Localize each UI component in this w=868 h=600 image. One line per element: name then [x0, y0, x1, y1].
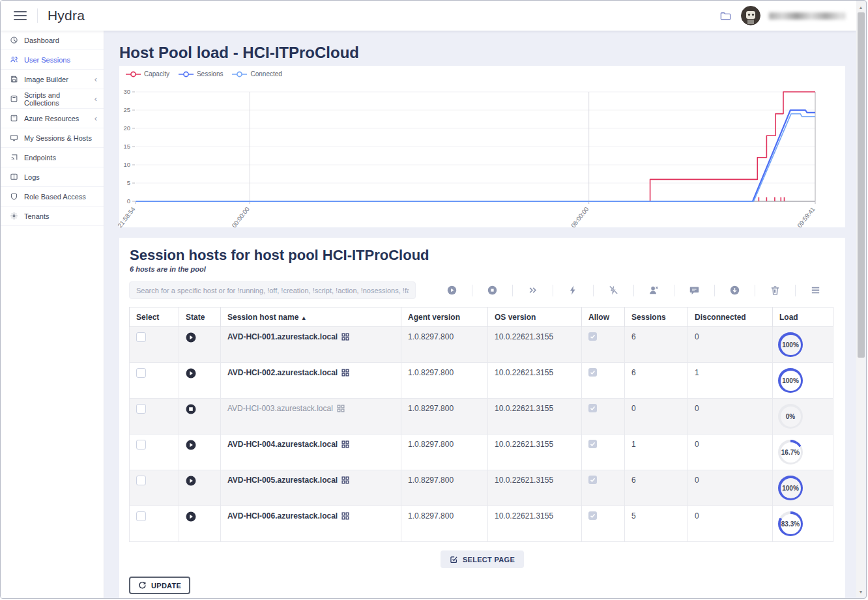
apps-grid-icon[interactable] — [341, 333, 349, 341]
select-checkbox[interactable] — [136, 476, 146, 485]
section-title: Session hosts for host pool HCI-ITProClo… — [130, 247, 845, 264]
scrollbar-up-arrow[interactable]: ▲ — [856, 3, 865, 12]
cell-state — [179, 363, 221, 399]
svg-text:15: 15 — [123, 143, 130, 150]
state-running-icon — [186, 511, 196, 522]
state-running-icon — [186, 332, 196, 343]
toolbar-actions — [416, 285, 835, 296]
logs-icon — [10, 173, 18, 181]
cell-disconnected: 0 — [688, 435, 773, 470]
load-value: 0% — [786, 413, 795, 420]
column-label: Disconnected — [695, 313, 746, 322]
column-header-session-host-name[interactable]: Session host name ▲ — [221, 307, 401, 327]
sidebar-item-image-builder[interactable]: Image Builder‹ — [1, 70, 104, 89]
session-host-name: AVD-HCI-006.azurestack.local — [227, 511, 338, 521]
deallocate-host-button[interactable] — [715, 285, 755, 296]
list-icon — [810, 285, 821, 296]
sidebar-item-dashboard[interactable]: Dashboard — [1, 31, 104, 50]
cell-allow — [582, 363, 625, 399]
column-header-agent-version[interactable]: Agent version — [401, 307, 488, 327]
send-message-button[interactable] — [674, 285, 714, 296]
sidebar-item-my-sessions-hosts[interactable]: My Sessions & Hosts — [1, 128, 104, 148]
cell-state — [179, 470, 221, 506]
allow-checkbox[interactable] — [588, 368, 597, 377]
trash-icon — [770, 285, 781, 296]
select-page-button[interactable]: SELECT PAGE — [441, 550, 524, 568]
table-menu-button[interactable] — [796, 285, 835, 296]
legend-marker-icon — [179, 71, 194, 78]
cell-agent-version: 1.0.8297.800 — [401, 399, 488, 435]
column-header-disconnected[interactable]: Disconnected — [688, 307, 773, 327]
folder-icon[interactable] — [719, 10, 732, 22]
sidebar-item-scripts-and-collections[interactable]: Scripts and Collections‹ — [1, 89, 104, 109]
scrollbar-down-arrow[interactable]: ▼ — [856, 587, 865, 596]
cell-allow — [582, 470, 625, 506]
start-host-button[interactable] — [432, 285, 472, 296]
select-checkbox[interactable] — [136, 368, 146, 378]
scrollbar-thumb[interactable] — [858, 12, 865, 358]
column-header-state[interactable]: State — [179, 307, 221, 327]
column-label: Sessions — [631, 313, 666, 322]
apps-grid-icon[interactable] — [341, 512, 349, 520]
host-search-input[interactable] — [129, 281, 416, 299]
apps-grid-icon[interactable] — [341, 369, 349, 377]
more-actions-button[interactable] — [513, 285, 553, 296]
cell-agent-version: 1.0.8297.800 — [401, 470, 488, 506]
cell-load: 0% — [773, 399, 833, 435]
cell-state — [179, 506, 221, 542]
sidebar-item-role-based-access[interactable]: Role Based Access — [1, 187, 104, 207]
scripts-collections-icon — [10, 94, 18, 103]
cell-os-version: 10.0.22621.3155 — [488, 506, 582, 542]
allow-checkbox[interactable] — [588, 404, 597, 412]
update-button[interactable]: UPDATE — [129, 577, 190, 594]
legend-item-connected[interactable]: Connected — [232, 70, 282, 78]
cell-select — [130, 435, 179, 470]
load-value: 16.7% — [781, 449, 800, 456]
column-header-load[interactable]: Load — [773, 307, 833, 327]
main-content: Host Pool load - HCI-ITProCloud Capacity… — [105, 31, 856, 598]
cell-sessions: 6 — [625, 327, 688, 363]
cell-select — [130, 506, 179, 542]
column-header-select[interactable]: Select — [130, 307, 179, 327]
load-ring: 83.3% — [778, 511, 803, 536]
select-checkbox[interactable] — [136, 440, 146, 450]
sidebar-item-azure-resources[interactable]: Azure Resources‹ — [1, 109, 104, 128]
force-stop-button[interactable] — [594, 285, 633, 296]
logoff-users-button[interactable] — [634, 285, 674, 296]
sidebar-item-label: Image Builder — [24, 76, 68, 83]
hamburger-menu-icon[interactable] — [14, 11, 27, 20]
double-chevron-icon — [527, 285, 538, 296]
sidebar-item-endpoints[interactable]: Endpoints — [1, 148, 104, 167]
apps-grid-icon[interactable] — [337, 405, 345, 412]
column-label: Load — [779, 313, 798, 322]
column-header-sessions[interactable]: Sessions — [625, 307, 688, 327]
svg-text:30: 30 — [123, 88, 130, 95]
select-checkbox[interactable] — [136, 404, 146, 414]
cell-sessions: 1 — [625, 435, 688, 470]
sidebar-item-tenants[interactable]: Tenants — [1, 207, 104, 226]
bolt-off-icon — [608, 285, 619, 296]
user-avatar[interactable] — [741, 6, 760, 25]
delete-host-button[interactable] — [755, 285, 795, 296]
sidebar-item-logs[interactable]: Logs — [1, 167, 104, 187]
allow-checkbox[interactable] — [588, 332, 597, 341]
legend-item-capacity[interactable]: Capacity — [126, 70, 169, 78]
select-checkbox[interactable] — [136, 511, 146, 521]
allow-checkbox[interactable] — [588, 476, 597, 484]
cell-sessions: 6 — [625, 470, 688, 506]
sidebar-item-user-sessions[interactable]: User Sessions — [1, 50, 104, 70]
apps-grid-icon[interactable] — [341, 440, 349, 448]
sidebar-item-label: Endpoints — [24, 154, 56, 162]
chevron-collapse-icon: ‹ — [94, 114, 97, 122]
legend-item-sessions[interactable]: Sessions — [179, 70, 224, 78]
column-header-allow[interactable]: Allow — [582, 307, 625, 327]
allow-checkbox[interactable] — [588, 440, 597, 448]
force-start-button[interactable] — [553, 285, 593, 296]
apps-grid-icon[interactable] — [341, 476, 349, 484]
refresh-icon — [138, 581, 147, 590]
cell-os-version: 10.0.22621.3155 — [488, 327, 582, 363]
allow-checkbox[interactable] — [588, 511, 597, 520]
stop-host-button[interactable] — [472, 285, 512, 296]
column-header-os-version[interactable]: OS version — [488, 307, 582, 327]
select-checkbox[interactable] — [136, 332, 146, 342]
